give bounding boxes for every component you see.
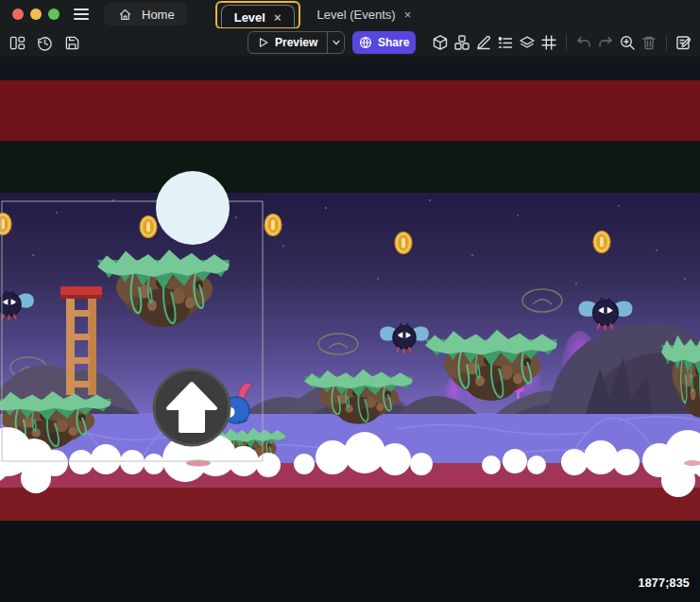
- tab-level-close-icon[interactable]: ×: [274, 11, 282, 24]
- app-window: Home Level × Level (Events) ×: [0, 0, 700, 602]
- minimize-window-button[interactable]: [30, 9, 42, 20]
- scene-bottom-gap: [0, 521, 700, 602]
- toolbar-right-group: [432, 28, 692, 57]
- globe-icon: [359, 36, 372, 49]
- redo-icon[interactable]: [597, 34, 614, 51]
- touch-up-arrow-button[interactable]: [154, 370, 230, 445]
- panels-icon[interactable]: [9, 34, 26, 51]
- preview-button[interactable]: Preview: [248, 31, 345, 54]
- undo-icon[interactable]: [575, 34, 592, 51]
- history-icon[interactable]: [36, 34, 53, 51]
- scene-top-gap: [0, 57, 700, 80]
- tab-bar: Home Level × Level (Events) ×: [104, 0, 420, 28]
- bottom-red-band[interactable]: [0, 488, 700, 521]
- pencil-icon[interactable]: [475, 34, 492, 51]
- toolbar-divider: [666, 35, 667, 51]
- tab-level-label: Level: [234, 10, 265, 25]
- share-button-label: Share: [378, 36, 409, 49]
- moon[interactable]: [156, 171, 230, 245]
- cursor-coordinates-badge: 1877;835: [632, 574, 696, 593]
- play-icon: [258, 37, 269, 48]
- share-button[interactable]: Share: [352, 31, 416, 54]
- home-icon: [116, 6, 133, 23]
- toolbar-divider: [566, 35, 567, 51]
- instances-list-icon[interactable]: [497, 34, 514, 51]
- tab-level-wrapper: Level ×: [221, 0, 295, 28]
- zoom-in-icon[interactable]: [619, 34, 636, 51]
- preview-button-main[interactable]: Preview: [248, 32, 327, 53]
- tab-level[interactable]: Level ×: [221, 5, 295, 28]
- tab-level-events-close-icon[interactable]: ×: [404, 9, 412, 21]
- cube-icon[interactable]: [432, 34, 449, 51]
- scene-editor-canvas[interactable]: 1877;835: [0, 57, 700, 602]
- fullscreen-window-button[interactable]: [48, 9, 60, 20]
- scene-notes-icon[interactable]: [675, 34, 692, 51]
- tab-level-events[interactable]: Level (Events) ×: [308, 8, 421, 22]
- window-controls: [12, 9, 60, 20]
- save-icon[interactable]: [63, 34, 80, 51]
- scene-top-red-band[interactable]: [0, 80, 700, 141]
- close-window-button[interactable]: [12, 9, 24, 20]
- trash-icon[interactable]: [640, 34, 657, 51]
- editor-toolbar: Preview Share: [0, 28, 700, 57]
- tab-home[interactable]: Home: [104, 3, 187, 26]
- tab-level-events-label: Level (Events): [317, 8, 396, 22]
- preview-button-label: Preview: [275, 36, 317, 49]
- layers-icon[interactable]: [519, 34, 536, 51]
- toolbar-left-group: [9, 28, 80, 57]
- menu-hamburger-icon[interactable]: [74, 9, 89, 20]
- scene-render[interactable]: [0, 57, 700, 602]
- preview-dropdown-button[interactable]: [328, 32, 344, 53]
- tab-home-label: Home: [142, 8, 175, 22]
- object-groups-icon[interactable]: [453, 34, 470, 51]
- grid-icon[interactable]: [540, 34, 557, 51]
- title-bar: Home Level × Level (Events) ×: [0, 0, 700, 28]
- scene-dark-band: [0, 141, 700, 193]
